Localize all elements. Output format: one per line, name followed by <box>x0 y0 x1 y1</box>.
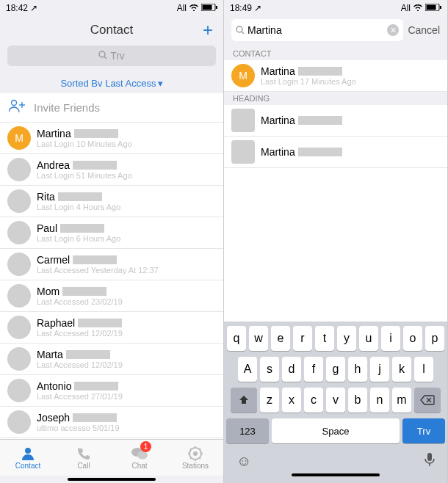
status-bar: 18:42 ↗ All <box>0 0 223 16</box>
key-h[interactable]: h <box>348 357 367 382</box>
key-r[interactable]: r <box>293 326 312 351</box>
key-b[interactable]: b <box>348 388 367 413</box>
svg-rect-22 <box>427 5 436 10</box>
key-shift[interactable] <box>231 388 257 413</box>
battery-icon <box>201 3 217 13</box>
contact-name: Paul <box>37 222 216 234</box>
search-input[interactable] <box>248 24 384 36</box>
contact-name: Martina <box>37 128 216 139</box>
contact-sub: Last Login 51 Minutes Ago <box>37 171 216 180</box>
key-v[interactable]: v <box>326 388 345 413</box>
screen-right: 18:49 ↗ All ✕ Cancel CONTACT M Martina <box>224 0 448 483</box>
key-u[interactable]: u <box>359 326 378 351</box>
tab-stations[interactable]: Stations <box>167 440 223 476</box>
avatar <box>231 109 255 132</box>
key-g[interactable]: g <box>326 357 345 382</box>
home-indicator[interactable] <box>68 478 156 481</box>
contact-sub: Last Accessed 23/02/19 <box>37 297 216 306</box>
contact-sub: Last Login 17 Minutes Ago <box>261 77 440 86</box>
invite-friends[interactable]: Invite Friends <box>0 93 223 123</box>
contact-sub: Last Login 10 Minutes Ago <box>37 139 216 148</box>
contact-sub: Last Accessed 12/02/19 <box>37 360 216 369</box>
contact-sub: Last Accessed 27/01/19 <box>37 392 216 401</box>
key-c[interactable]: c <box>304 388 323 413</box>
contact-row[interactable]: Antonio Last Accessed 27/01/19 <box>0 375 223 407</box>
contact-row[interactable]: Andrea Last Login 51 Minutes Ago <box>0 154 223 186</box>
avatar <box>7 158 31 181</box>
avatar <box>7 410 31 434</box>
contact-row[interactable]: Rita Last Login 4 Hours Ago <box>0 186 223 217</box>
contact-sub: ultimo accesso 5/01/19 <box>37 424 216 432</box>
key-backspace[interactable] <box>414 388 441 413</box>
contact-row[interactable]: Martina <box>224 105 447 137</box>
contact-name: Antonio <box>37 380 216 392</box>
sort-selector[interactable]: Sorted Bv Last Access ▾ <box>0 72 223 93</box>
svg-line-18 <box>200 458 201 460</box>
key-j[interactable]: j <box>370 357 389 382</box>
avatar <box>7 379 31 402</box>
contact-row[interactable]: Martina <box>224 137 447 168</box>
key-space[interactable]: Space <box>272 418 400 443</box>
contact-row[interactable]: Mom Last Accessed 23/02/19 <box>0 280 223 312</box>
key-q[interactable]: q <box>227 326 246 351</box>
svg-rect-1 <box>203 5 212 10</box>
key-l[interactable]: l <box>414 357 433 382</box>
contact-row[interactable]: Paul Last Login 6 Hours Ago <box>0 217 223 249</box>
key-y[interactable]: y <box>337 326 356 351</box>
contact-row[interactable]: Joseph ultimo accesso 5/01/19 <box>0 407 223 438</box>
mic-icon[interactable] <box>424 452 435 470</box>
search-field[interactable]: ✕ <box>231 19 403 41</box>
key-s[interactable]: s <box>260 357 279 382</box>
key-t[interactable]: t <box>315 326 334 351</box>
contact-name: Martina <box>261 115 440 126</box>
key-f[interactable]: f <box>304 357 323 382</box>
contact-sub: Last Accessed 12/02/19 <box>37 329 216 338</box>
svg-point-12 <box>193 451 198 456</box>
contact-name: Martina <box>261 65 440 77</box>
svg-line-19 <box>190 458 192 460</box>
avatar <box>7 221 31 244</box>
contact-row[interactable]: Marta Last Accessed 12/02/19 <box>0 344 223 375</box>
screen-left: 18:42 ↗ All Contact + Trv Sorted Bv Last… <box>0 0 224 483</box>
status-time: 18:42 <box>6 3 28 13</box>
avatar <box>7 347 31 371</box>
svg-point-8 <box>25 448 31 454</box>
contact-name: Mom <box>37 286 216 297</box>
key-d[interactable]: d <box>282 357 301 382</box>
contact-row[interactable]: Raphael Last Accessed 12/02/19 <box>0 312 223 344</box>
svg-line-4 <box>104 57 106 59</box>
key-A[interactable]: A <box>238 357 257 382</box>
key-m[interactable]: m <box>392 388 411 413</box>
key-123[interactable]: 123 <box>226 418 269 443</box>
key-x[interactable]: x <box>282 388 301 413</box>
status-bar: 18:49 ↗ All <box>224 0 447 16</box>
contact-row[interactable]: M Martina Last Login 10 Minutes Ago <box>0 123 223 154</box>
avatar <box>7 284 31 308</box>
contact-name: Carmel <box>37 254 216 266</box>
chevron-down-icon: ▾ <box>158 78 163 89</box>
key-i[interactable]: i <box>381 326 400 351</box>
key-w[interactable]: w <box>249 326 268 351</box>
key-e[interactable]: e <box>271 326 290 351</box>
contact-list[interactable]: M Martina Last Login 10 Minutes Ago Andr… <box>0 123 223 439</box>
contact-name: Joseph <box>37 412 216 424</box>
tab-chat[interactable]: 1 Chat <box>112 440 167 476</box>
key-n[interactable]: n <box>370 388 389 413</box>
contact-row[interactable]: Carmel Last Accessed Yesterday At 12:37 <box>0 249 223 280</box>
key-k[interactable]: k <box>392 357 411 382</box>
svg-rect-2 <box>216 6 217 9</box>
key-z[interactable]: z <box>260 388 279 413</box>
key-p[interactable]: p <box>425 326 444 351</box>
search-bar[interactable]: Trv <box>7 46 216 66</box>
home-indicator[interactable] <box>292 473 380 476</box>
tab-call[interactable]: Call <box>56 440 112 476</box>
add-button[interactable]: + <box>203 20 213 40</box>
tab-contact[interactable]: Contact <box>0 440 56 476</box>
contact-row[interactable]: M Martina Last Login 17 Minutes Ago <box>224 60 447 92</box>
key-action[interactable]: Trv <box>402 418 445 443</box>
key-o[interactable]: o <box>403 326 422 351</box>
cancel-button[interactable]: Cancel <box>408 24 440 36</box>
clear-icon[interactable]: ✕ <box>387 24 399 36</box>
emoji-icon[interactable]: ☺ <box>236 453 251 470</box>
keyboard: qwertyuiop Asdfghjkl zxcvbnm 123 Space T… <box>224 322 447 483</box>
